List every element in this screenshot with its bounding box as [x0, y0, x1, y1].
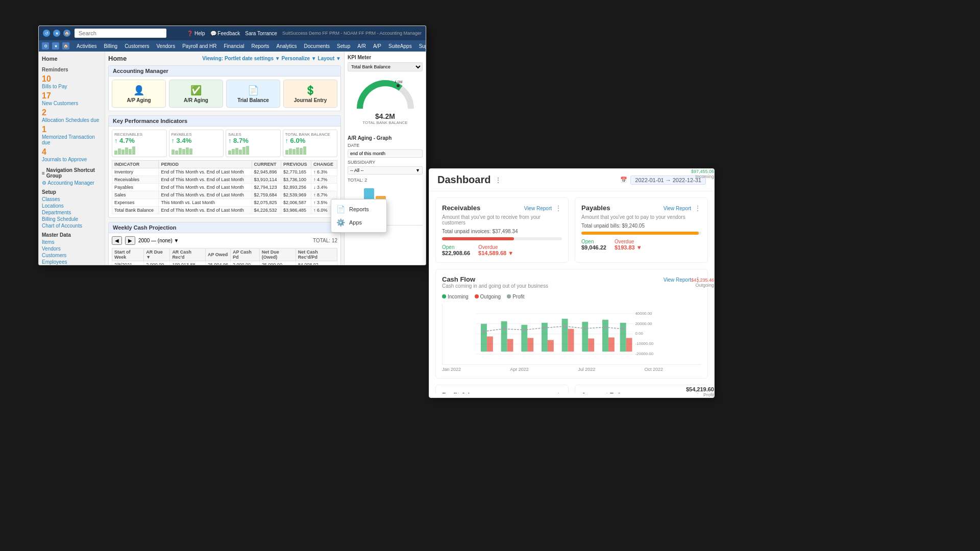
nav-setup[interactable]: Setup — [334, 42, 353, 50]
nav-reports[interactable]: Reports — [249, 42, 273, 50]
svg-point-30 — [482, 330, 485, 333]
memorized-link[interactable]: Memorized Transaction due — [42, 134, 102, 145]
main-container: ↺ ★ 🏠 ❓ Help 💬 Feedback Sara Torrance Su… — [0, 0, 980, 551]
page-title: Home — [108, 55, 127, 62]
kpi-exp-period[interactable]: This Month vs. Last Month — [159, 199, 252, 207]
nav-icon-3[interactable]: 🏠 — [62, 42, 69, 49]
help-link[interactable]: ❓ Help — [187, 31, 205, 36]
nav-activities[interactable]: Activities — [74, 42, 100, 50]
kpi-meter-select[interactable]: Total Bank Balance — [348, 62, 423, 71]
cash-prev-btn[interactable]: ◀ — [112, 236, 122, 245]
nav-suiteapps[interactable]: SuiteApps — [385, 42, 415, 50]
kpi-rec-period[interactable]: End of This Month vs. End of Last Month — [159, 176, 252, 184]
popup-apps[interactable]: ⚙️ Apps — [331, 216, 386, 229]
topbar-icons: ↺ ★ 🏠 — [43, 30, 70, 37]
accounting-manager-link[interactable]: ⚙ Accounting Manager — [42, 180, 102, 186]
trial-balance-card[interactable]: 📄 Trial Balance — [226, 80, 280, 108]
bills-link[interactable]: Bills to Pay — [42, 84, 102, 89]
cash-th-net-cash: Net Cash Rec'd/Pd — [296, 248, 337, 261]
billing-schedule-link[interactable]: Billing Schedule — [42, 216, 102, 222]
cashflow-chart-area: 40000.00 20000.00 0.00 -10000.00 -20000.… — [442, 304, 701, 365]
kpi-th-period: PERIOD — [159, 161, 252, 168]
kpi-pay-period[interactable]: End of This Month vs. End of Last Month — [159, 184, 252, 191]
svg-rect-29 — [626, 338, 632, 352]
ap-aging-card[interactable]: 👤 A/P Aging — [112, 80, 166, 108]
customers-link[interactable]: Customers — [42, 252, 102, 259]
nav-support[interactable]: Support — [416, 42, 426, 50]
kpi-sales-period[interactable]: End of This Month vs. End of Last Month — [159, 191, 252, 199]
refresh-icon[interactable]: ↺ — [43, 30, 50, 37]
svg-point-37 — [622, 328, 625, 331]
kpi-rec-current: $3,910,114 — [252, 176, 281, 184]
dash-menu-icon[interactable]: ⋮ — [495, 176, 502, 184]
allocation-link[interactable]: Allocation Schedules due — [42, 117, 102, 123]
x-label-jul: Jul 2022 — [578, 367, 595, 372]
nav-billing[interactable]: Billing — [101, 42, 120, 50]
receivables-header: Receivables View Report ⋮ — [442, 204, 562, 212]
nav-payroll[interactable]: Payroll and HR — [179, 42, 219, 50]
kpi-rec-previous: $3,736,100 — [281, 176, 311, 184]
classes-link[interactable]: Classes — [42, 196, 102, 203]
kpi-row-inventory: Inventory End of This Month vs. End of L… — [112, 168, 337, 176]
profit-loss-menu[interactable]: ⋮ — [555, 391, 562, 393]
journal-entry-icon: 💲 — [305, 85, 316, 96]
star-icon[interactable]: ★ — [53, 30, 60, 37]
svg-text:4.0M: 4.0M — [395, 80, 403, 84]
reminder-customers: 17 New Customers — [42, 91, 102, 106]
svg-rect-25 — [548, 340, 554, 352]
customers-link[interactable]: New Customers — [42, 101, 102, 106]
receivables-progress-container — [442, 237, 562, 240]
nav-analytics[interactable]: Analytics — [274, 42, 300, 50]
profit-loss-view-report[interactable]: View Report — [524, 393, 552, 394]
nav-ap[interactable]: A/P — [370, 42, 384, 50]
reminder-bills: 10 Bills to Pay — [42, 74, 102, 89]
ns-main-content: Home Viewing: Portlet date settings ▼ Pe… — [105, 52, 344, 265]
rec-open-label: Open — [442, 244, 470, 250]
popup-reports[interactable]: 📄 Reports — [331, 203, 386, 216]
kpi-bank-period[interactable]: End of This Month vs. End of Last Month — [159, 207, 252, 214]
departments-link[interactable]: Departments — [42, 209, 102, 216]
journals-link[interactable]: Journals to Approve — [42, 157, 102, 162]
ar-aging-card[interactable]: ✅ A/R Aging — [169, 80, 223, 108]
receivables-subtitle: Amount that you've got to receive from y… — [442, 214, 562, 226]
cash-th-ap-pd: AP Cash Pd — [230, 248, 259, 261]
kpi-bank-spark — [285, 144, 335, 155]
receivables-menu[interactable]: ⋮ — [555, 204, 562, 212]
nav-documents[interactable]: Documents — [301, 42, 333, 50]
employees-link[interactable]: Employees — [42, 259, 102, 265]
feedback-link[interactable]: 💬 Feedback — [210, 31, 240, 36]
journal-entry-card[interactable]: 💲 Journal Entry — [283, 80, 337, 108]
kpi-sales-name: Sales — [112, 191, 159, 199]
dash-title: Dashboard — [437, 174, 491, 186]
nav-customers[interactable]: Customers — [121, 42, 152, 50]
svg-rect-14 — [481, 324, 487, 352]
company-info: SuitSuccess Demo FF PRM - NOAM FF PRM - … — [282, 31, 422, 36]
rec-open-value: $22,908.66 — [442, 250, 470, 256]
nav-shortcut-title: ≡ Navigation Shortcut Group — [42, 167, 102, 179]
kpi-bank-balance: TOTAL BANK BALANCE ↑ 6.0% — [283, 130, 338, 157]
nav-icon-1[interactable]: ⚙ — [42, 42, 49, 49]
kpi-receivables: RECEIVABLES ↑ 4.7% — [112, 130, 167, 157]
cash-next-btn[interactable]: ▶ — [125, 236, 135, 245]
nav-ar[interactable]: A/R — [354, 42, 369, 50]
home-controls[interactable]: Viewing: Portlet date settings ▼ Persona… — [202, 56, 341, 61]
home-icon[interactable]: 🏠 — [63, 30, 70, 37]
search-input[interactable] — [75, 29, 166, 38]
nav-vendors[interactable]: Vendors — [154, 42, 179, 50]
chart-accounts-link[interactable]: Chart of Accounts — [42, 222, 102, 229]
nav-financial[interactable]: Financial — [220, 42, 247, 50]
reports-popup-label: Reports — [349, 206, 369, 212]
cash-date: 2/8/2021 — [112, 261, 144, 265]
vendors-link[interactable]: Vendors — [42, 245, 102, 252]
nav-icon-2[interactable]: ★ — [52, 42, 59, 49]
items-link[interactable]: Items — [42, 239, 102, 245]
locations-link[interactable]: Locations — [42, 203, 102, 209]
kpi-sales-spark — [228, 144, 278, 155]
receivables-view-report[interactable]: View Report — [524, 206, 552, 211]
master-data-title: Master Data — [42, 232, 102, 238]
kpi-section: Key Performance Indicators RECEIVABLES ↑… — [108, 115, 341, 218]
subsidiary-dropdown-icon[interactable]: ▼ — [415, 168, 420, 173]
kpi-pay-current: $2,794,123 — [252, 184, 281, 191]
kpi-sales-change: ↑ 8.7% — [311, 191, 337, 199]
kpi-inventory-period[interactable]: End of This Month vs. End of Last Month — [159, 168, 252, 176]
